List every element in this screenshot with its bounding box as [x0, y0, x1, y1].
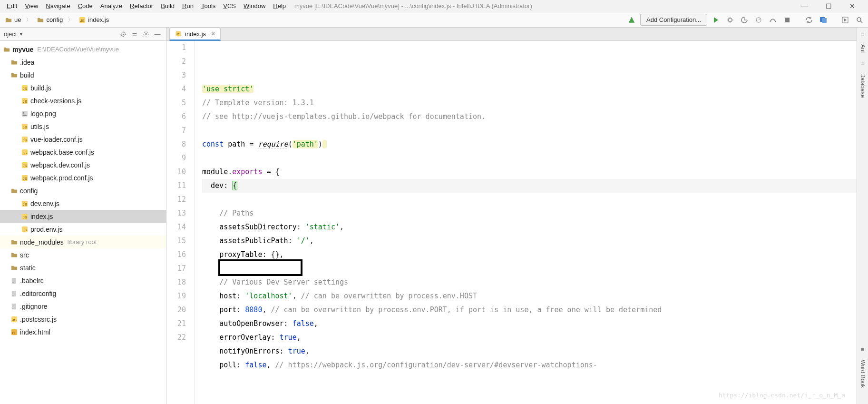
- menu-refactor[interactable]: Refactor: [126, 1, 157, 10]
- target-icon[interactable]: [118, 30, 128, 39]
- menu-run[interactable]: Run: [178, 1, 197, 10]
- tree-item[interactable]: .gitignore: [0, 300, 166, 313]
- menu-view[interactable]: View: [21, 1, 42, 10]
- code-line[interactable]: poll: false, // https://webpack.js.org/c…: [202, 358, 857, 372]
- tree-item[interactable]: JSutils.js: [0, 120, 166, 133]
- code-line[interactable]: 'use strict': [202, 82, 857, 96]
- menu-window[interactable]: Window: [240, 1, 269, 10]
- breadcrumb: ue〉config〉JSindex.js: [3, 15, 111, 25]
- tree-item[interactable]: logo.png: [0, 107, 166, 120]
- wordbook-icon[interactable]: ≡: [861, 346, 865, 353]
- code-editor[interactable]: 12345678910111213141516171819202122 'use…: [166, 41, 857, 404]
- minimize-button[interactable]: —: [798, 2, 812, 10]
- code-line[interactable]: // Template version: 1.3.1: [202, 96, 857, 110]
- tree-item[interactable]: JS.postcssrc.js: [0, 313, 166, 325]
- code-line[interactable]: [202, 151, 857, 165]
- debug-icon[interactable]: [724, 14, 736, 26]
- code-line[interactable]: [202, 193, 857, 207]
- editor-tab-index-js[interactable]: JS index.js ✕: [169, 28, 221, 41]
- breadcrumb-label: ue: [14, 16, 21, 23]
- code-line[interactable]: notifyOnErrors: true,: [202, 345, 857, 358]
- gear-icon[interactable]: [141, 30, 151, 39]
- search-icon[interactable]: [854, 14, 865, 26]
- menu-navigate[interactable]: Navigate: [42, 1, 74, 10]
- open-in-icon[interactable]: [839, 14, 851, 26]
- code-line[interactable]: port: 8080, // can be overwritten by pro…: [202, 303, 857, 317]
- project-tree[interactable]: myvue E:\IDEACode\Vue\Vue\myvue .ideabui…: [0, 41, 166, 404]
- menu-vcs[interactable]: VCS: [219, 1, 240, 10]
- toolwindow-database[interactable]: Database: [859, 73, 866, 98]
- tree-item[interactable]: JSwebpack.prod.conf.js: [0, 171, 166, 184]
- code-line[interactable]: // Various Dev Server settings: [202, 276, 857, 289]
- menu-code[interactable]: Code: [74, 1, 97, 10]
- translate-icon[interactable]: [818, 14, 829, 26]
- jsfile-icon: JS: [175, 30, 182, 38]
- code-line[interactable]: autoOpenBrowser: false,: [202, 317, 857, 331]
- tree-item[interactable]: Hindex.html: [0, 325, 166, 338]
- build-icon[interactable]: [626, 14, 637, 26]
- toolwindow-ant[interactable]: Ant: [859, 44, 866, 53]
- tree-item[interactable]: JSprod.env.js: [0, 223, 166, 236]
- tree-item[interactable]: static: [0, 261, 166, 274]
- svg-text:JS: JS: [23, 227, 27, 232]
- code-line[interactable]: errorOverlay: true,: [202, 331, 857, 345]
- code-area[interactable]: 'use strict'// Template version: 1.3.1//…: [200, 41, 857, 404]
- tree-item[interactable]: JScheck-versions.js: [0, 94, 166, 107]
- breadcrumb-item[interactable]: ue: [3, 15, 23, 25]
- menu-edit[interactable]: Edit: [3, 1, 21, 10]
- tree-item[interactable]: JSindex.js: [0, 210, 166, 223]
- svg-text:JS: JS: [23, 99, 27, 103]
- tree-item[interactable]: JSdev.env.js: [0, 197, 166, 210]
- tree-item[interactable]: .babelrc: [0, 274, 166, 287]
- tree-item[interactable]: node_moduleslibrary root: [0, 236, 166, 248]
- code-line[interactable]: const path = require('path'): [202, 138, 857, 151]
- editor-area: JS index.js ✕ 12345678910111213141516171…: [166, 28, 857, 404]
- menu-analyze[interactable]: Analyze: [97, 1, 126, 10]
- menu-help[interactable]: Help: [269, 1, 290, 10]
- breadcrumb-item[interactable]: config: [35, 15, 65, 25]
- expand-all-icon[interactable]: [130, 30, 139, 39]
- tree-item[interactable]: config: [0, 184, 166, 197]
- code-line[interactable]: host: 'localhost', // can be overwritten…: [202, 289, 857, 303]
- menu-build[interactable]: Build: [157, 1, 178, 10]
- tree-item-label: webpack.dev.conf.js: [30, 161, 90, 169]
- coverage-icon[interactable]: [739, 14, 750, 26]
- code-line[interactable]: [202, 262, 857, 276]
- maximize-button[interactable]: ☐: [821, 2, 836, 10]
- breadcrumb-item[interactable]: JSindex.js: [77, 15, 111, 25]
- tree-item[interactable]: JSbuild.js: [0, 81, 166, 94]
- code-line[interactable]: module.exports = {: [202, 165, 857, 179]
- tree-item[interactable]: build: [0, 69, 166, 81]
- tree-item[interactable]: JSwebpack.dev.conf.js: [0, 158, 166, 171]
- add-configuration-button[interactable]: Add Configuration...: [640, 14, 707, 26]
- hide-icon[interactable]: —: [153, 30, 162, 39]
- tree-item[interactable]: src: [0, 248, 166, 261]
- menu-items: EditViewNavigateCodeAnalyzeRefactorBuild…: [3, 1, 290, 10]
- code-line[interactable]: // Paths: [202, 207, 857, 220]
- code-line[interactable]: // see http://vuejs-templates.github.io/…: [202, 110, 857, 124]
- project-panel-header[interactable]: oject ▼ —: [0, 28, 166, 41]
- code-line[interactable]: [202, 124, 857, 138]
- tree-item[interactable]: .editorconfig: [0, 287, 166, 300]
- menu-tools[interactable]: Tools: [197, 1, 219, 10]
- stop-icon[interactable]: [781, 14, 793, 26]
- code-line[interactable]: assetsPublicPath: '/',: [202, 234, 857, 248]
- close-button[interactable]: ✕: [845, 2, 859, 10]
- tree-item[interactable]: .idea: [0, 56, 166, 69]
- code-line[interactable]: dev: {: [202, 179, 857, 193]
- run-icon[interactable]: [710, 14, 722, 26]
- ant-icon[interactable]: ≡: [861, 30, 865, 38]
- profile-icon[interactable]: [753, 14, 764, 26]
- attach-icon[interactable]: [767, 14, 779, 26]
- toolwindow-wordbook[interactable]: Word Book: [859, 360, 866, 388]
- code-line[interactable]: assetsSubDirectory: 'static',: [202, 220, 857, 234]
- code-line[interactable]: proxyTable: {},: [202, 248, 857, 262]
- html-icon: H: [10, 328, 18, 336]
- code-line[interactable]: [202, 372, 857, 386]
- close-icon[interactable]: ✕: [211, 30, 215, 37]
- tree-item[interactable]: JSvue-loader.conf.js: [0, 133, 166, 146]
- tree-item[interactable]: JSwebpack.base.conf.js: [0, 146, 166, 158]
- project-root[interactable]: myvue E:\IDEACode\Vue\Vue\myvue: [0, 43, 166, 56]
- sync-icon[interactable]: [803, 14, 815, 26]
- database-icon[interactable]: ≡: [861, 59, 865, 67]
